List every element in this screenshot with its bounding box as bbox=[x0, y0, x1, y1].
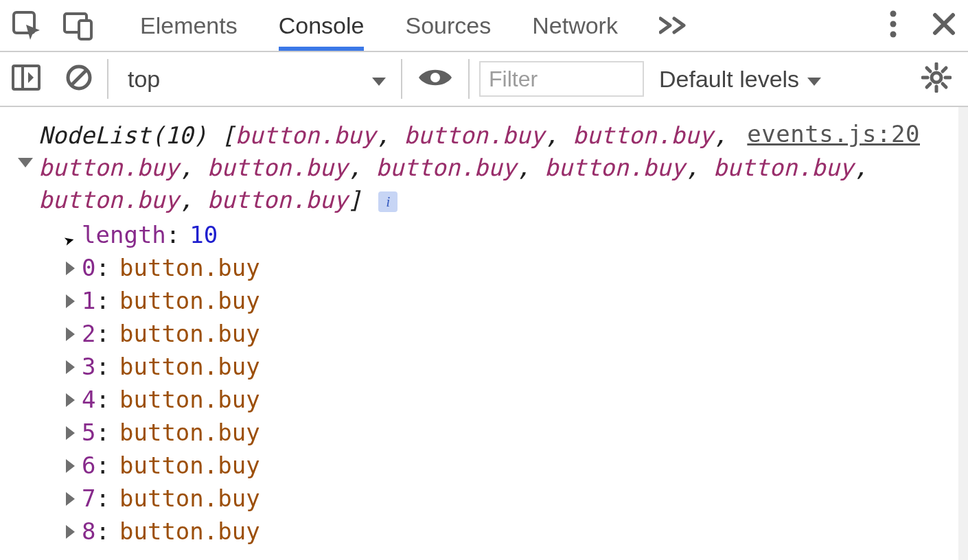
levels-label: Default levels bbox=[659, 66, 799, 93]
svg-rect-6 bbox=[13, 66, 39, 89]
nodelist-length-row[interactable]: length: 10 bbox=[66, 219, 950, 252]
nodelist-entry-row[interactable]: 2:button.buy bbox=[66, 318, 950, 351]
console-settings-gear-icon[interactable] bbox=[921, 83, 952, 95]
expand-arrow-right-icon[interactable] bbox=[66, 492, 75, 506]
entry-index: 3 bbox=[82, 351, 95, 383]
clear-console-icon[interactable] bbox=[60, 63, 97, 95]
expand-arrow-right-icon[interactable] bbox=[66, 525, 75, 539]
nodelist-entry-row[interactable]: 5:button.buy bbox=[66, 417, 950, 450]
entry-index: 5 bbox=[82, 417, 95, 449]
dropdown-triangle-icon bbox=[371, 66, 387, 93]
dropdown-triangle-icon bbox=[806, 66, 822, 93]
nodelist-entry-row[interactable]: 8:button.buy bbox=[66, 515, 950, 548]
console-toolbar: top Default levels bbox=[0, 52, 968, 107]
expand-arrow-right-icon[interactable] bbox=[66, 294, 75, 308]
entry-index: 8 bbox=[82, 515, 95, 548]
tab-console[interactable]: Console bbox=[279, 0, 365, 51]
svg-rect-2 bbox=[79, 21, 91, 39]
live-expression-eye-icon[interactable] bbox=[412, 66, 459, 92]
expand-arrow-right-icon[interactable] bbox=[66, 360, 75, 374]
entry-value: button.buy bbox=[119, 515, 260, 548]
expand-arrow-right-icon[interactable] bbox=[66, 459, 75, 473]
svg-point-3 bbox=[890, 11, 897, 17]
nodelist-entry-row[interactable]: 3:button.buy bbox=[66, 351, 950, 384]
nodelist-entry-row[interactable]: 7:button.buy bbox=[66, 482, 950, 515]
expand-arrow-down-icon[interactable] bbox=[18, 158, 33, 167]
entry-value: button.buy bbox=[119, 318, 260, 350]
devtools-tabbar: Elements Console Sources Network bbox=[0, 0, 968, 52]
length-value: 10 bbox=[189, 219, 218, 251]
svg-point-5 bbox=[890, 32, 897, 38]
entry-index: 2 bbox=[82, 318, 95, 350]
tabbar-left-tools bbox=[4, 10, 114, 41]
more-tabs-icon[interactable] bbox=[659, 0, 691, 51]
length-key: length bbox=[82, 219, 166, 251]
expand-arrow-right-icon[interactable] bbox=[66, 327, 75, 341]
separator bbox=[468, 59, 470, 99]
separator bbox=[107, 59, 108, 99]
entry-value: button.buy bbox=[119, 482, 260, 515]
nodelist-entry-row[interactable]: 0:button.buy bbox=[66, 252, 950, 285]
nodelist-entry-row[interactable]: 4:button.buy bbox=[66, 384, 950, 417]
entry-index: 7 bbox=[82, 482, 95, 515]
svg-line-19 bbox=[927, 84, 930, 87]
entry-value: button.buy bbox=[119, 252, 260, 284]
log-levels-select[interactable]: Default levels bbox=[659, 66, 822, 93]
svg-line-18 bbox=[943, 68, 946, 71]
close-icon[interactable] bbox=[932, 12, 956, 38]
vertical-scrollbar[interactable] bbox=[958, 107, 968, 560]
tab-network[interactable]: Network bbox=[532, 0, 618, 51]
svg-point-10 bbox=[430, 73, 440, 82]
entry-index: 1 bbox=[82, 285, 95, 317]
source-link[interactable]: events.js:20 bbox=[747, 118, 920, 150]
separator bbox=[401, 59, 402, 99]
entry-value: button.buy bbox=[119, 384, 260, 416]
svg-line-16 bbox=[927, 68, 930, 71]
tabbar-right-controls bbox=[888, 10, 958, 41]
expand-arrow-right-icon[interactable] bbox=[66, 261, 75, 275]
svg-line-9 bbox=[71, 69, 87, 86]
svg-point-4 bbox=[890, 21, 897, 27]
entry-value: button.buy bbox=[119, 417, 260, 449]
expand-arrow-right-icon[interactable] bbox=[66, 426, 75, 440]
entry-index: 6 bbox=[82, 450, 95, 482]
nodelist-entries: length: 10 0:button.buy1:button.buy2:but… bbox=[66, 219, 950, 548]
toggle-sidebar-icon[interactable] bbox=[7, 64, 45, 94]
info-badge-icon[interactable]: i bbox=[378, 191, 397, 212]
tab-elements[interactable]: Elements bbox=[140, 0, 238, 51]
entry-value: button.buy bbox=[119, 450, 260, 482]
nodelist-entry-row[interactable]: 1:button.buy bbox=[66, 285, 950, 318]
entry-value: button.buy bbox=[119, 285, 260, 317]
svg-point-11 bbox=[932, 73, 941, 82]
svg-line-17 bbox=[943, 84, 946, 87]
inspect-element-icon[interactable] bbox=[11, 10, 43, 41]
entry-value: button.buy bbox=[119, 351, 260, 383]
tabs: Elements Console Sources Network bbox=[140, 0, 691, 51]
filter-input[interactable] bbox=[479, 61, 644, 97]
expand-arrow-right-icon[interactable] bbox=[66, 393, 75, 407]
tab-sources[interactable]: Sources bbox=[405, 0, 491, 51]
entry-index: 4 bbox=[82, 384, 95, 416]
device-toolbar-icon[interactable] bbox=[62, 10, 93, 41]
nodelist-entry-row[interactable]: 6:button.buy bbox=[66, 450, 950, 482]
execution-context-select[interactable]: top bbox=[118, 66, 391, 93]
kebab-menu-icon[interactable] bbox=[888, 10, 898, 41]
context-label: top bbox=[128, 66, 160, 93]
console-output: events.js:20 NodeList(10) [button.buy, b… bbox=[0, 107, 968, 548]
entry-index: 0 bbox=[82, 252, 95, 284]
